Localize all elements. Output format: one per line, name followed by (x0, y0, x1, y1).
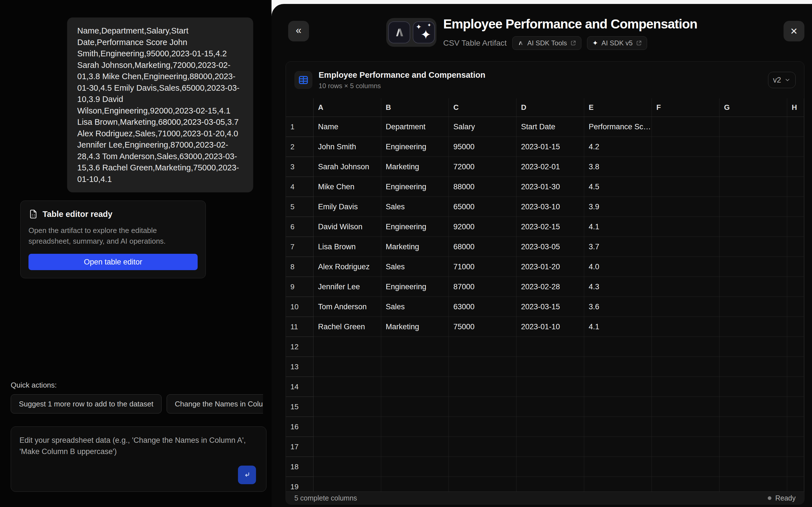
cell-B9[interactable]: Engineering (381, 277, 449, 297)
cell-E10[interactable]: 3.6 (584, 297, 652, 317)
cell-H14[interactable] (787, 377, 804, 397)
cell-E16[interactable] (584, 417, 652, 437)
cell-G15[interactable] (719, 397, 787, 417)
cell-C12[interactable] (449, 337, 516, 357)
cell-F2[interactable] (652, 137, 719, 157)
cell-H12[interactable] (787, 337, 804, 357)
cell-H11[interactable] (787, 317, 804, 337)
cell-B11[interactable]: Marketing (381, 317, 449, 337)
cell-F16[interactable] (652, 417, 719, 437)
cell-C19[interactable] (449, 477, 516, 492)
cell-D14[interactable] (516, 377, 584, 397)
cell-H7[interactable] (787, 237, 804, 257)
cell-B5[interactable]: Sales (381, 197, 449, 217)
cell-H3[interactable] (787, 157, 804, 177)
cell-A9[interactable]: Jennifer Lee (313, 277, 381, 297)
cell-H16[interactable] (787, 417, 804, 437)
cell-C6[interactable]: 92000 (449, 217, 516, 237)
cell-F6[interactable] (652, 217, 719, 237)
cell-H6[interactable] (787, 217, 804, 237)
cell-G2[interactable] (719, 137, 787, 157)
cell-B16[interactable] (381, 417, 449, 437)
cell-D13[interactable] (516, 357, 584, 377)
cell-C14[interactable] (449, 377, 516, 397)
cell-F10[interactable] (652, 297, 719, 317)
cell-C16[interactable] (449, 417, 516, 437)
cell-B3[interactable]: Marketing (381, 157, 449, 177)
cell-D8[interactable]: 2023-01-20 (516, 257, 584, 277)
cell-B17[interactable] (381, 437, 449, 457)
cell-A6[interactable]: David Wilson (313, 217, 381, 237)
column-header-D[interactable]: D (516, 98, 584, 117)
cell-F4[interactable] (652, 177, 719, 197)
cell-E8[interactable]: 4.0 (584, 257, 652, 277)
cell-D7[interactable]: 2023-03-05 (516, 237, 584, 257)
cell-H2[interactable] (787, 137, 804, 157)
cell-H19[interactable] (787, 477, 804, 492)
cell-D5[interactable]: 2023-03-10 (516, 197, 584, 217)
cell-H10[interactable] (787, 297, 804, 317)
cell-F17[interactable] (652, 437, 719, 457)
cell-D10[interactable]: 2023-03-15 (516, 297, 584, 317)
close-artifact-button[interactable]: ✕ (783, 21, 804, 41)
cell-G6[interactable] (719, 217, 787, 237)
cell-G19[interactable] (719, 477, 787, 492)
cell-H9[interactable] (787, 277, 804, 297)
cell-D4[interactable]: 2023-01-30 (516, 177, 584, 197)
cell-E6[interactable]: 4.1 (584, 217, 652, 237)
cell-G18[interactable] (719, 457, 787, 477)
cell-B13[interactable] (381, 357, 449, 377)
cell-A4[interactable]: Mike Chen (313, 177, 381, 197)
cell-E2[interactable]: 4.2 (584, 137, 652, 157)
cell-B15[interactable] (381, 397, 449, 417)
cell-F15[interactable] (652, 397, 719, 417)
cell-G7[interactable] (719, 237, 787, 257)
cell-H13[interactable] (787, 357, 804, 377)
quick-action-suggest-row-button[interactable]: Suggest 1 more row to add to the dataset (11, 394, 161, 413)
cell-B19[interactable] (381, 477, 449, 492)
cell-D17[interactable] (516, 437, 584, 457)
column-header-E[interactable]: E (584, 98, 652, 117)
cell-C10[interactable]: 63000 (449, 297, 516, 317)
cell-C3[interactable]: 72000 (449, 157, 516, 177)
cell-E12[interactable] (584, 337, 652, 357)
cell-F8[interactable] (652, 257, 719, 277)
cell-F11[interactable] (652, 317, 719, 337)
column-header-C[interactable]: C (449, 98, 516, 117)
cell-A5[interactable]: Emily Davis (313, 197, 381, 217)
cell-G17[interactable] (719, 437, 787, 457)
cell-B8[interactable]: Sales (381, 257, 449, 277)
cell-G5[interactable] (719, 197, 787, 217)
cell-C8[interactable]: 71000 (449, 257, 516, 277)
cell-C7[interactable]: 68000 (449, 237, 516, 257)
cell-H1[interactable] (787, 117, 804, 137)
cell-D12[interactable] (516, 337, 584, 357)
cell-C15[interactable] (449, 397, 516, 417)
cell-B1[interactable]: Department (381, 117, 449, 137)
cell-G1[interactable] (719, 117, 787, 137)
cell-H5[interactable] (787, 197, 804, 217)
cell-E7[interactable]: 3.7 (584, 237, 652, 257)
spreadsheet-scroll-area[interactable]: ABCDEFGH1NameDepartmentSalaryStart DateP… (286, 98, 804, 492)
cell-B10[interactable]: Sales (381, 297, 449, 317)
column-header-B[interactable]: B (381, 98, 449, 117)
cell-C2[interactable]: 95000 (449, 137, 516, 157)
cell-C4[interactable]: 88000 (449, 177, 516, 197)
cell-A3[interactable]: Sarah Johnson (313, 157, 381, 177)
cell-H8[interactable] (787, 257, 804, 277)
column-header-G[interactable]: G (719, 98, 787, 117)
cell-H18[interactable] (787, 457, 804, 477)
badge-ai-sdk-tools[interactable]: AI SDK Tools (512, 36, 581, 50)
cell-A10[interactable]: Tom Anderson (313, 297, 381, 317)
cell-A13[interactable] (313, 357, 381, 377)
cell-G16[interactable] (719, 417, 787, 437)
cell-E3[interactable]: 3.8 (584, 157, 652, 177)
cell-D1[interactable]: Start Date (516, 117, 584, 137)
cell-C13[interactable] (449, 357, 516, 377)
cell-B6[interactable]: Engineering (381, 217, 449, 237)
cell-A17[interactable] (313, 437, 381, 457)
cell-D2[interactable]: 2023-01-15 (516, 137, 584, 157)
cell-E19[interactable] (584, 477, 652, 492)
cell-A7[interactable]: Lisa Brown (313, 237, 381, 257)
cell-F12[interactable] (652, 337, 719, 357)
